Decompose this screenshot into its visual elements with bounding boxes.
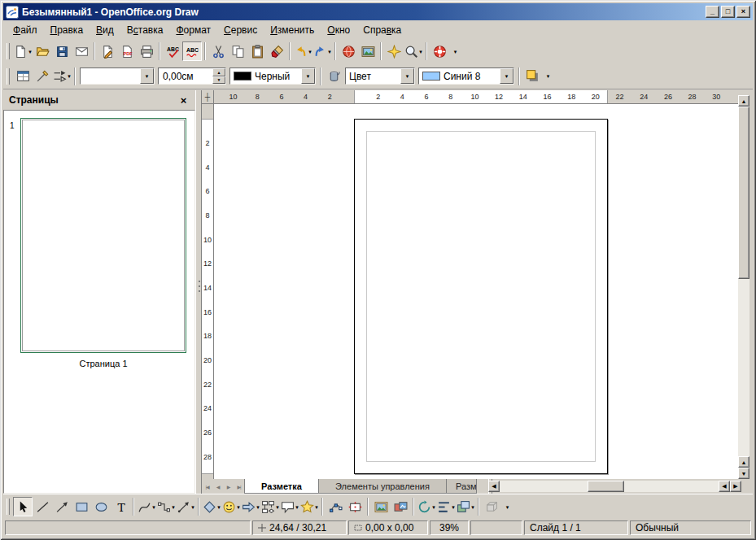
spin-down-button[interactable]: ▼ [212, 76, 225, 85]
menu-item[interactable]: Правка [44, 20, 90, 39]
arrowheads-button[interactable]: ▾ [52, 67, 72, 86]
lines-arrows-tool-button[interactable]: ▾ [176, 497, 195, 516]
menu-item[interactable]: Изменить [264, 20, 321, 39]
autospellcheck-toggle[interactable]: ABC [182, 41, 202, 61]
toolbar-overflow-button[interactable]: ▾ [449, 41, 461, 61]
open-button[interactable] [33, 41, 52, 61]
combo-dropdown-button[interactable]: ▼ [140, 68, 154, 84]
edit-points-button[interactable] [326, 497, 345, 516]
dropdown-arrow-icon[interactable]: ▾ [419, 49, 422, 54]
fill-color-combo[interactable]: Синий 8 ▼ [418, 68, 514, 85]
drawing-canvas[interactable] [214, 104, 738, 479]
connector-tool-button[interactable]: ▾ [156, 497, 176, 516]
stars-button[interactable]: ▾ [299, 497, 319, 516]
spin-up-button[interactable]: ▲ [212, 68, 225, 76]
page-thumbnail[interactable] [20, 118, 186, 353]
curve-tool-button[interactable]: ▾ [137, 497, 156, 516]
dropdown-arrow-icon[interactable]: ▾ [152, 504, 155, 510]
dropdown-arrow-icon[interactable]: ▾ [217, 504, 221, 510]
scroll-up-button[interactable]: ▲ [738, 95, 749, 107]
horizontal-scrollbar[interactable]: ◀ ◀ ▶ [488, 481, 741, 492]
basic-shapes-button[interactable]: ▾ [202, 497, 221, 516]
callouts-button[interactable]: ▾ [280, 497, 299, 516]
select-tool-button[interactable] [13, 497, 33, 516]
dropdown-arrow-icon[interactable]: ▾ [276, 504, 279, 510]
combo-dropdown-button[interactable]: ▼ [500, 68, 513, 84]
toolbar-overflow-button[interactable]: ▾ [501, 497, 513, 516]
insert-picture-button[interactable] [371, 497, 391, 516]
vscroll-thumb[interactable] [738, 107, 749, 279]
rectangle-tool-button[interactable] [72, 497, 91, 516]
extrusion-toggle[interactable] [482, 497, 501, 516]
layer-nav-last-button[interactable]: ▶| [234, 479, 244, 494]
toolbar-grip[interactable] [7, 43, 10, 59]
dropdown-arrow-icon[interactable]: ▾ [68, 73, 71, 79]
arrange-button[interactable]: ▾ [456, 497, 475, 516]
close-button[interactable]: × [736, 6, 750, 18]
fill-style-combo[interactable]: Цвет ▼ [345, 68, 415, 85]
horizontal-ruler[interactable]: 1210864224681012141618202224262830 [214, 90, 738, 104]
combo-dropdown-button[interactable]: ▼ [400, 68, 414, 84]
panel-splitter[interactable] [195, 90, 202, 494]
menu-item[interactable]: Сервис [217, 20, 264, 39]
line-color-combo[interactable]: Черный ▼ [229, 68, 316, 85]
flowchart-button[interactable]: ▾ [260, 497, 280, 516]
undo-button[interactable]: ▾ [293, 41, 312, 61]
scroll-up-button[interactable]: ▲ [738, 456, 749, 468]
menu-item[interactable]: Формат [169, 20, 217, 39]
layer-nav-first-button[interactable]: |◀ [202, 479, 212, 494]
hscroll-thumb[interactable] [588, 481, 625, 492]
dropdown-arrow-icon[interactable]: ▾ [315, 504, 318, 510]
save-button[interactable] [52, 41, 72, 61]
help-button[interactable] [430, 41, 449, 61]
menu-item[interactable]: Окно [321, 20, 356, 39]
format-paintbrush-button[interactable] [267, 41, 286, 61]
dropdown-arrow-icon[interactable]: ▾ [256, 504, 260, 510]
zoom-button[interactable]: ▾ [404, 41, 423, 61]
gallery-button[interactable] [358, 41, 378, 61]
symbol-shapes-button[interactable]: ▾ [221, 497, 241, 516]
toolbar-grip[interactable] [7, 499, 10, 515]
paste-button[interactable] [247, 41, 267, 61]
spellcheck-button[interactable]: ABC [163, 41, 182, 61]
area-dialog-button[interactable] [324, 67, 343, 86]
line-width-spinner[interactable]: 0,00см ▲ ▼ [158, 68, 226, 85]
shadow-toggle[interactable] [522, 67, 542, 86]
dropdown-arrow-icon[interactable]: ▾ [432, 504, 435, 510]
dropdown-arrow-icon[interactable]: ▾ [452, 504, 455, 510]
menu-item[interactable]: Вид [90, 20, 120, 39]
maximize-button[interactable]: □ [721, 6, 735, 18]
zoom-level[interactable]: 39% [430, 520, 469, 535]
layer-tab[interactable]: Элементы управления [318, 479, 447, 494]
effects-button[interactable]: ▾ [417, 497, 436, 516]
export-pdf-button[interactable]: PDF [117, 41, 137, 61]
dropdown-arrow-icon[interactable]: ▾ [471, 504, 474, 510]
ruler-origin-button[interactable]: ┼ [202, 90, 214, 104]
arrow-tool-button[interactable] [52, 497, 72, 516]
email-document-button[interactable] [72, 41, 91, 61]
dropdown-arrow-icon[interactable]: ▾ [191, 504, 194, 510]
print-button[interactable] [137, 41, 156, 61]
layer-nav-prev-button[interactable]: ◀ [212, 479, 223, 494]
glue-points-button[interactable] [345, 497, 365, 516]
line-style-combo[interactable]: ▼ [80, 68, 155, 85]
vertical-scrollbar[interactable]: ▲ ▲ ▼ [738, 95, 749, 479]
dropdown-arrow-icon[interactable]: ▾ [308, 49, 312, 54]
hscroll-track[interactable] [500, 481, 719, 492]
block-arrows-button[interactable]: ▾ [241, 497, 260, 516]
navigator-button[interactable] [384, 41, 404, 61]
dropdown-arrow-icon[interactable]: ▾ [28, 49, 32, 54]
menu-item[interactable]: Вставка [120, 20, 170, 39]
ellipse-tool-button[interactable] [91, 497, 111, 516]
layer-nav-next-button[interactable]: ▶ [223, 479, 234, 494]
dropdown-arrow-icon[interactable]: ▾ [237, 504, 240, 510]
dropdown-arrow-icon[interactable]: ▾ [328, 49, 331, 54]
cut-button[interactable] [208, 41, 228, 61]
scroll-left-button[interactable]: ◀ [719, 481, 730, 492]
line-dialog-button[interactable] [33, 67, 52, 86]
combo-dropdown-button[interactable]: ▼ [301, 68, 315, 84]
hyperlink-button[interactable] [339, 41, 358, 61]
menu-item[interactable]: Справка [356, 20, 408, 39]
toolbar-grip[interactable] [7, 68, 10, 85]
titlebar[interactable]: Безымянный1 - OpenOffice.org Draw _ □ × [3, 3, 753, 20]
